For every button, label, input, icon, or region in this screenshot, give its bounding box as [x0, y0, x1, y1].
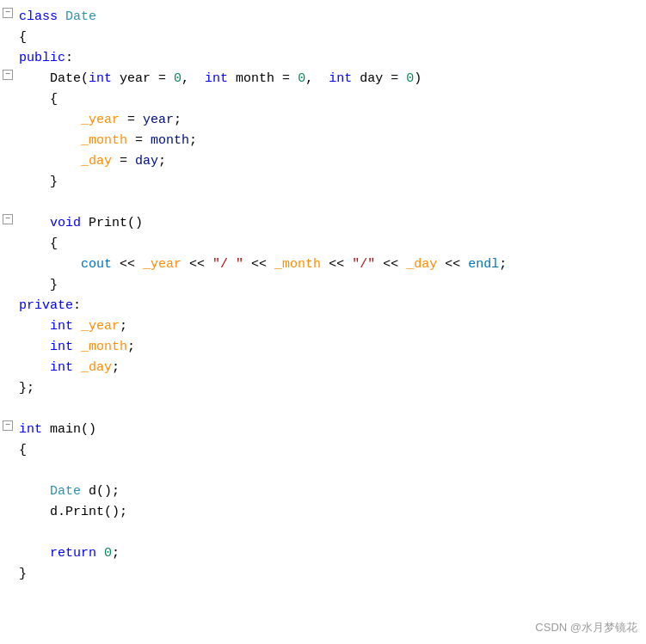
- fold-gutter[interactable]: −: [0, 214, 15, 224]
- token: Print: [65, 505, 104, 519]
- token: private: [19, 298, 73, 313]
- code-line: int _month;: [0, 337, 646, 358]
- token: d();: [81, 484, 120, 499]
- token: _day: [81, 154, 112, 169]
- token: ,: [181, 71, 205, 86]
- code-line: [0, 461, 646, 481]
- indent: [19, 175, 50, 189]
- token: {: [19, 30, 27, 45]
- fold-box[interactable]: −: [3, 214, 13, 224]
- code-line: };: [0, 378, 646, 399]
- fold-gutter[interactable]: −: [0, 420, 15, 431]
- code-line: {: [0, 28, 646, 48]
- code-line: − Date(int year = 0, int month = 0, int …: [0, 69, 646, 89]
- fold-gutter[interactable]: −: [0, 8, 15, 18]
- token: <<: [181, 257, 212, 272]
- code-line: int _year;: [0, 316, 646, 337]
- code-line: _month = month;: [0, 131, 646, 151]
- token: :: [65, 51, 73, 65]
- fold-box[interactable]: −: [3, 8, 13, 18]
- indent: [19, 236, 50, 251]
- indent: [19, 546, 50, 561]
- token: 0: [174, 71, 181, 86]
- token: _month: [274, 257, 321, 272]
- code-content: {: [15, 28, 646, 47]
- code-content: [15, 524, 646, 543]
- token: ;: [127, 340, 135, 354]
- code-content: Date(int year = 0, int month = 0, int da…: [15, 70, 646, 89]
- token: int: [329, 71, 352, 86]
- token: <<: [437, 257, 468, 272]
- token: Date(: [50, 71, 89, 86]
- code-content: }: [15, 173, 646, 192]
- indent: [19, 216, 50, 230]
- fold-gutter[interactable]: −: [0, 70, 15, 80]
- token: return: [50, 546, 96, 561]
- indent: [19, 113, 81, 127]
- token: cout: [81, 257, 112, 272]
- token: ,: [305, 71, 329, 86]
- indent: [19, 154, 81, 169]
- code-content: return 0;: [15, 544, 646, 563]
- token: ;: [174, 113, 181, 127]
- token: ;: [112, 546, 120, 561]
- token: ;: [499, 257, 507, 272]
- token: month: [151, 133, 189, 148]
- token: _month: [73, 340, 127, 354]
- token: 0: [406, 71, 414, 86]
- code-content: int _year;: [15, 317, 646, 336]
- token: day: [135, 154, 158, 169]
- token: }: [19, 567, 27, 581]
- token: _day: [73, 360, 112, 375]
- token: Print(): [81, 216, 143, 230]
- token: <<: [321, 257, 352, 272]
- code-content: int _day;: [15, 359, 646, 377]
- token: 0: [104, 546, 112, 561]
- token: int: [50, 319, 73, 334]
- token: =: [127, 133, 151, 148]
- code-line: _year = year;: [0, 110, 646, 131]
- fold-box[interactable]: −: [3, 70, 13, 80]
- token: "/": [352, 257, 375, 272]
- token: year: [143, 113, 174, 127]
- code-content: [15, 400, 646, 419]
- token: ;: [120, 319, 127, 334]
- token: _year: [143, 257, 181, 272]
- token: int: [50, 360, 73, 375]
- code-content: void Print(): [15, 214, 646, 233]
- code-line: }: [0, 172, 646, 193]
- token: ();: [104, 505, 127, 519]
- code-content: {: [15, 235, 646, 254]
- token: .: [58, 505, 65, 519]
- token: <<: [112, 257, 143, 272]
- indent: [19, 278, 50, 292]
- token: int: [205, 71, 228, 86]
- token: ;: [189, 133, 197, 148]
- code-line: [0, 523, 646, 543]
- token: int: [19, 422, 42, 437]
- code-line: return 0;: [0, 543, 646, 564]
- token: ;: [112, 360, 120, 375]
- code-lines: −class Date{public:− Date(int year = 0, …: [0, 7, 646, 585]
- token: =: [120, 113, 143, 127]
- fold-box[interactable]: −: [3, 420, 13, 431]
- code-line: Date d();: [0, 481, 646, 502]
- token: day =: [352, 71, 406, 86]
- token: Date: [65, 9, 96, 24]
- code-content: }: [15, 276, 646, 295]
- token: {: [50, 236, 58, 251]
- code-content: class Date: [15, 8, 646, 27]
- token: _year: [81, 113, 120, 127]
- code-line: {: [0, 89, 646, 110]
- code-content: d.Print();: [15, 503, 646, 522]
- code-line: public:: [0, 48, 646, 69]
- code-line: int _day;: [0, 358, 646, 378]
- indent: [19, 71, 50, 86]
- token: ): [414, 71, 421, 86]
- code-line: {: [0, 440, 646, 461]
- code-line: {: [0, 234, 646, 255]
- code-line: }: [0, 275, 646, 296]
- token: 0: [298, 71, 305, 86]
- indent: [19, 505, 50, 519]
- token: =: [112, 154, 135, 169]
